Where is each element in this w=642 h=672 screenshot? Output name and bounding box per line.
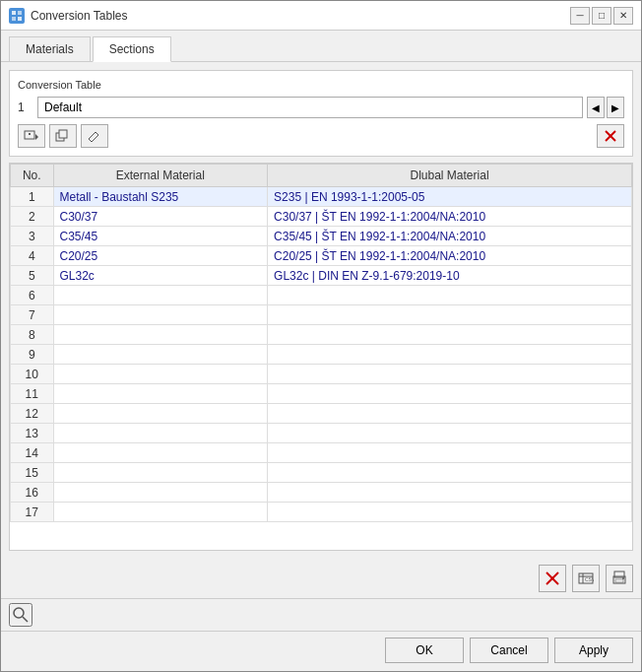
next-button[interactable]: ▶ bbox=[607, 97, 624, 118]
dialog-buttons: OK Cancel Apply bbox=[1, 631, 641, 671]
cell-external bbox=[53, 365, 268, 384]
header-dlubal: Dlubal Material bbox=[268, 165, 632, 187]
table-row[interactable]: 16 bbox=[11, 483, 632, 503]
cell-external bbox=[53, 384, 268, 404]
table-row[interactable]: 1Metall - Baustahl S235S235 | EN 1993-1-… bbox=[11, 187, 632, 207]
cell-no: 15 bbox=[11, 463, 54, 483]
table-row[interactable]: 13 bbox=[11, 424, 632, 443]
table-row[interactable]: 3C35/45C35/45 | ŠT EN 1992-1-1:2004/NA:2… bbox=[11, 227, 632, 246]
table-row[interactable]: 12 bbox=[11, 404, 632, 424]
header-no: No. bbox=[11, 165, 54, 187]
table-row[interactable]: 7 bbox=[11, 305, 632, 325]
cell-external: Metall - Baustahl S235 bbox=[53, 187, 268, 207]
table-name-container: Default bbox=[37, 97, 583, 118]
search-area bbox=[1, 598, 641, 631]
cell-no: 6 bbox=[11, 286, 54, 305]
cell-dlubal bbox=[268, 325, 632, 345]
table-row[interactable]: 8 bbox=[11, 325, 632, 345]
add-button[interactable] bbox=[18, 124, 45, 148]
duplicate-button[interactable] bbox=[49, 124, 77, 148]
table-header-row: No. External Material Dlubal Material bbox=[11, 165, 632, 187]
cell-no: 7 bbox=[11, 305, 54, 325]
table-name-display[interactable]: Default bbox=[37, 97, 583, 118]
cell-external bbox=[53, 443, 268, 463]
prev-button[interactable]: ◀ bbox=[587, 97, 605, 118]
table-row[interactable]: 9 bbox=[11, 345, 632, 365]
delete-button[interactable] bbox=[597, 124, 624, 148]
cell-no: 11 bbox=[11, 384, 54, 404]
cell-dlubal bbox=[268, 424, 632, 443]
table-row[interactable]: 15 bbox=[11, 463, 632, 483]
cell-dlubal bbox=[268, 483, 632, 503]
table-number: 1 bbox=[18, 101, 33, 114]
cell-external bbox=[53, 503, 268, 522]
cell-dlubal: C20/25 | ŠT EN 1992-1-1:2004/NA:2010 bbox=[268, 246, 632, 266]
table-row[interactable]: 2C30/37C30/37 | ŠT EN 1992-1-1:2004/NA:2… bbox=[11, 207, 632, 227]
content-area: Conversion Table 1 Default ◀ ▶ bbox=[1, 62, 641, 559]
cell-no: 2 bbox=[11, 207, 54, 227]
bottom-toolbar: CSV bbox=[1, 559, 641, 598]
cell-dlubal bbox=[268, 463, 632, 483]
svg-rect-21 bbox=[615, 579, 623, 582]
minimize-button[interactable]: ─ bbox=[570, 7, 590, 25]
table-row[interactable]: 4C20/25C20/25 | ŠT EN 1992-1-1:2004/NA:2… bbox=[11, 246, 632, 266]
conversion-table-label: Conversion Table bbox=[18, 79, 624, 91]
table-row[interactable]: 14 bbox=[11, 443, 632, 463]
svg-text:CSV: CSV bbox=[585, 576, 594, 582]
cell-dlubal: C30/37 | ŠT EN 1992-1-1:2004/NA:2010 bbox=[268, 207, 632, 227]
cell-dlubal bbox=[268, 365, 632, 384]
cell-no: 12 bbox=[11, 404, 54, 424]
svg-rect-1 bbox=[18, 11, 22, 15]
cell-dlubal: S235 | EN 1993-1-1:2005-05 bbox=[268, 187, 632, 207]
cell-external: C30/37 bbox=[53, 207, 268, 227]
maximize-button[interactable]: □ bbox=[592, 7, 611, 25]
svg-point-22 bbox=[622, 577, 624, 579]
data-table-container[interactable]: No. External Material Dlubal Material 1M… bbox=[9, 163, 633, 551]
nav-buttons: ◀ ▶ bbox=[587, 97, 624, 118]
apply-button[interactable]: Apply bbox=[554, 638, 633, 663]
cancel-button[interactable]: Cancel bbox=[470, 638, 548, 663]
table-row[interactable]: 6 bbox=[11, 286, 632, 305]
cell-external bbox=[53, 463, 268, 483]
table-row[interactable]: 11 bbox=[11, 384, 632, 404]
cell-no: 16 bbox=[11, 483, 54, 503]
ok-button[interactable]: OK bbox=[385, 638, 464, 663]
data-table: No. External Material Dlubal Material 1M… bbox=[10, 164, 632, 522]
cell-external bbox=[53, 305, 268, 325]
cell-external: C35/45 bbox=[53, 227, 268, 246]
cell-dlubal bbox=[268, 286, 632, 305]
window-controls: ─ □ ✕ bbox=[570, 7, 633, 25]
main-window: Conversion Tables ─ □ ✕ Materials Sectio… bbox=[0, 0, 642, 672]
cell-dlubal bbox=[268, 443, 632, 463]
export-button[interactable]: CSV bbox=[572, 565, 600, 592]
svg-marker-7 bbox=[35, 134, 38, 140]
cell-external bbox=[53, 345, 268, 365]
cell-no: 3 bbox=[11, 227, 54, 246]
cell-dlubal bbox=[268, 305, 632, 325]
cell-no: 13 bbox=[11, 424, 54, 443]
cell-no: 1 bbox=[11, 187, 54, 207]
cell-external: GL32c bbox=[53, 266, 268, 286]
cell-no: 17 bbox=[11, 503, 54, 522]
title-bar: Conversion Tables ─ □ ✕ bbox=[1, 1, 641, 31]
table-row[interactable]: 10 bbox=[11, 365, 632, 384]
svg-point-23 bbox=[14, 608, 24, 618]
close-button[interactable]: ✕ bbox=[613, 7, 633, 25]
table-row[interactable]: 17 bbox=[11, 503, 632, 522]
toolbar-row bbox=[18, 124, 624, 148]
dropdown-row: 1 Default ◀ ▶ bbox=[18, 97, 624, 118]
cell-dlubal: C35/45 | ŠT EN 1992-1-1:2004/NA:2010 bbox=[268, 227, 632, 246]
table-row[interactable]: 5GL32cGL32c | DIN EN Z-9.1-679:2019-10 bbox=[11, 266, 632, 286]
search-button[interactable] bbox=[9, 603, 32, 627]
cell-external: C20/25 bbox=[53, 246, 268, 266]
cell-external bbox=[53, 483, 268, 503]
delete-table-button[interactable] bbox=[539, 565, 566, 592]
cell-external bbox=[53, 424, 268, 443]
edit-button[interactable] bbox=[81, 124, 108, 148]
tab-materials[interactable]: Materials bbox=[9, 36, 91, 61]
cell-no: 10 bbox=[11, 365, 54, 384]
tab-sections[interactable]: Sections bbox=[93, 36, 171, 62]
cell-no: 4 bbox=[11, 246, 54, 266]
cell-no: 14 bbox=[11, 443, 54, 463]
print-button[interactable] bbox=[606, 565, 633, 592]
